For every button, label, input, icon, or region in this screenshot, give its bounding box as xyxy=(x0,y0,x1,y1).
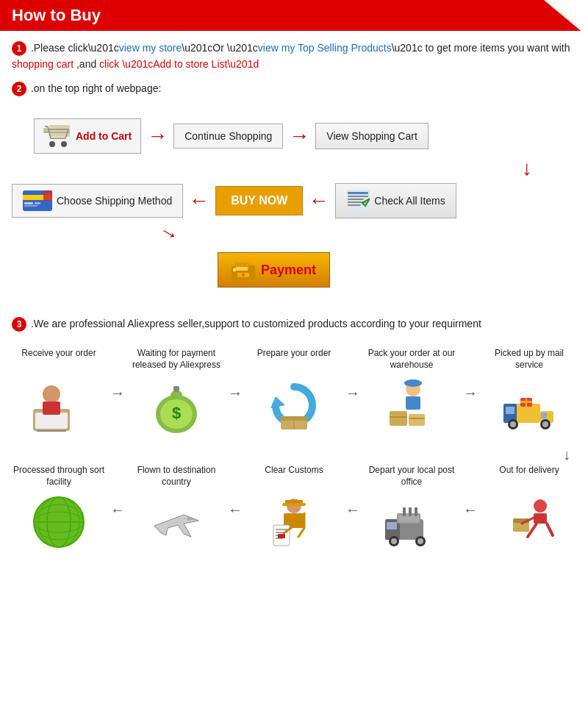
proc-arrow-5: ← xyxy=(462,502,479,518)
flow-row1: Add to Cart → Continue Shopping → View S… xyxy=(34,118,576,154)
svg-point-27 xyxy=(43,385,60,403)
process-item-sort: Processed through sort facility xyxy=(12,465,106,556)
svg-point-3 xyxy=(49,141,55,147)
payment-row: Payment xyxy=(218,252,576,288)
step3-number: 3 xyxy=(12,317,26,332)
shopping-cart-highlight: shopping cart xyxy=(12,58,74,70)
arrow-diagonal: → xyxy=(154,218,184,249)
process-item-customs: Clear Customs xyxy=(247,465,341,556)
svg-rect-24 xyxy=(233,268,236,271)
svg-rect-42 xyxy=(390,411,407,426)
flow-diagram: Add to Cart → Continue Shopping → View S… xyxy=(12,104,576,302)
arrow-down-container: ↓ xyxy=(12,157,570,180)
content-area: 1 .Please click\u201cview my store\u201c… xyxy=(0,31,588,572)
pack-icon xyxy=(382,376,441,435)
choose-shipping-button[interactable]: Choose Shipping Method xyxy=(12,184,183,218)
arrow-right-2: → xyxy=(289,124,309,148)
flow-row2: Choose Shipping Method → BUY NOW → xyxy=(12,183,576,218)
receive-label: Receive your order xyxy=(21,348,96,371)
prepare-icon xyxy=(265,376,323,435)
customs-icon xyxy=(265,493,323,552)
customs-label: Clear Customs xyxy=(265,465,323,488)
proc-arrow-6: ← xyxy=(344,502,362,518)
svg-point-52 xyxy=(510,421,516,427)
svg-rect-87 xyxy=(278,534,285,538)
svg-point-71 xyxy=(391,538,397,544)
arrow-down-1: ↓ xyxy=(522,157,532,180)
buy-now-button[interactable]: BUY NOW xyxy=(215,186,303,215)
out-label: Out for delivery xyxy=(499,465,559,488)
svg-line-61 xyxy=(547,524,553,535)
process-item-waiting: Waiting for payment released by Aliexpre… xyxy=(129,348,223,439)
svg-marker-35 xyxy=(270,396,285,408)
svg-rect-50 xyxy=(541,413,547,418)
payment-button[interactable]: Payment xyxy=(218,252,330,288)
proc-arrow-8: ← xyxy=(109,502,126,518)
svg-rect-15 xyxy=(348,199,364,200)
arrow-left-1: → xyxy=(189,189,209,213)
arrow-down-proc: ↓ xyxy=(12,446,578,463)
svg-point-58 xyxy=(534,499,547,513)
sort-icon xyxy=(29,493,88,552)
svg-rect-75 xyxy=(409,507,412,516)
pickup-label: Picked up by mail service xyxy=(482,348,576,371)
svg-rect-43 xyxy=(409,414,425,426)
view-store-link[interactable]: view my store xyxy=(119,42,182,54)
diagonal-arrow-container: → xyxy=(159,221,576,245)
pickup-icon xyxy=(500,376,559,435)
svg-point-54 xyxy=(542,421,548,427)
svg-rect-76 xyxy=(415,507,417,516)
proc-arrow-2: → xyxy=(226,385,244,402)
svg-text:$: $ xyxy=(172,404,181,422)
buy-now-label: BUY NOW xyxy=(231,194,287,207)
page-header: How to Buy xyxy=(0,0,588,31)
waiting-icon: $ xyxy=(147,376,206,435)
process-item-prepare: Prepare your order xyxy=(247,348,341,439)
check-all-items-button[interactable]: Check All Items xyxy=(335,183,456,218)
view-top-products-link[interactable]: view my Top Selling Products xyxy=(258,42,392,54)
svg-point-41 xyxy=(404,379,422,387)
svg-rect-8 xyxy=(35,202,40,204)
svg-rect-79 xyxy=(282,503,306,506)
credit-card-icon xyxy=(23,190,52,211)
proc-arrow-3: → xyxy=(344,385,362,402)
continue-shopping-button[interactable]: Continue Shopping xyxy=(173,124,283,149)
view-shopping-cart-button[interactable]: View Shopping Cart xyxy=(315,123,428,149)
cash-register-icon xyxy=(232,260,255,280)
waiting-label: Waiting for payment released by Aliexpre… xyxy=(129,348,223,371)
svg-rect-13 xyxy=(348,192,368,194)
process-item-receive: Receive your order xyxy=(12,348,106,439)
svg-rect-11 xyxy=(45,192,51,199)
svg-rect-48 xyxy=(506,407,514,414)
process-item-pack: Pack your order at our warehouse xyxy=(365,348,459,439)
sort-label: Processed through sort facility xyxy=(12,465,106,488)
add-to-cart-label: Add to Cart xyxy=(76,130,132,142)
proc-arrow-4: → xyxy=(462,385,479,402)
view-shopping-cart-label: View Shopping Cart xyxy=(326,130,417,142)
choose-shipping-label: Choose Shipping Method xyxy=(57,195,172,207)
svg-rect-17 xyxy=(348,204,361,206)
svg-point-4 xyxy=(61,141,67,147)
checklist-icon xyxy=(346,190,370,212)
continue-shopping-label: Continue Shopping xyxy=(184,130,272,142)
proc-arrow-1: → xyxy=(109,385,126,402)
flight-label: Flown to destination country xyxy=(129,465,223,488)
svg-rect-9 xyxy=(24,205,37,207)
depart-label: Depart your local post office xyxy=(365,465,459,488)
out-icon xyxy=(500,493,559,552)
svg-point-23 xyxy=(242,274,245,277)
svg-rect-59 xyxy=(534,513,547,524)
process-item-depart: Depart your local post office xyxy=(365,465,459,556)
svg-rect-21 xyxy=(236,267,248,271)
arrow-left-2: → xyxy=(309,189,329,213)
receive-icon xyxy=(29,376,88,435)
cart-icon xyxy=(43,125,70,147)
pack-label: Pack your order at our warehouse xyxy=(365,348,459,371)
process-row1: Receive your order → Waiting for payment… xyxy=(12,348,576,439)
payment-label: Payment xyxy=(261,263,316,278)
svg-point-73 xyxy=(417,538,423,544)
flight-icon xyxy=(147,493,206,552)
process-item-flight: Flown to destination country xyxy=(129,465,223,556)
add-to-cart-button[interactable]: Add to Cart xyxy=(34,118,141,154)
check-all-items-label: Check All Items xyxy=(374,195,445,207)
